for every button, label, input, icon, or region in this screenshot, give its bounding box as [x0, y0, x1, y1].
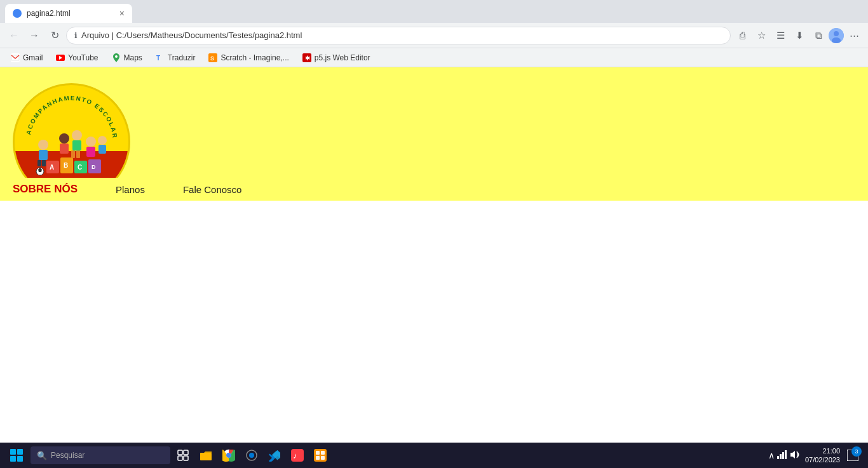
tab-bar: pagina2.html ×	[0, 0, 868, 23]
chrome-icon	[222, 449, 235, 462]
bookmark-gmail[interactable]: Gmail	[5, 51, 48, 65]
svg-text:B: B	[64, 162, 68, 169]
svg-text:✱: ✱	[305, 55, 310, 62]
task-view-icon	[177, 450, 189, 461]
page-content: ACOMPANHAMENTO ESCOLAR DESPERTAR A B	[0, 67, 868, 468]
svg-rect-39	[178, 456, 182, 460]
browser-window: pagina2.html × ← → ↻ ℹ Arquivo | C:/User…	[0, 0, 868, 468]
p5js-icon: ✱	[302, 53, 312, 63]
forward-button[interactable]: →	[25, 27, 43, 44]
collections-button[interactable]: ☰	[771, 27, 789, 44]
maps-icon	[111, 53, 121, 63]
svg-rect-54	[780, 454, 782, 459]
svg-point-45	[249, 453, 254, 458]
svg-text:T: T	[156, 55, 160, 62]
bookmark-youtube[interactable]: YouTube	[50, 51, 103, 65]
svg-rect-51	[316, 456, 320, 460]
bookmark-translate-label: Traduzir	[168, 53, 196, 62]
site-header: ACOMPANHAMENTO ESCOLAR DESPERTAR A B	[0, 67, 868, 201]
menu-button[interactable]: ⋯	[845, 27, 863, 44]
share-button[interactable]: ⎙	[733, 27, 751, 44]
reload-button[interactable]: ↻	[46, 27, 64, 44]
svg-rect-32	[76, 150, 80, 158]
lock-icon: ℹ	[74, 31, 78, 40]
nav-bar: ← → ↻ ℹ Arquivo | C:/Users/Matheus/Docum…	[0, 23, 868, 48]
youtube-icon	[55, 53, 65, 63]
chevron-icon[interactable]: ∧	[768, 450, 775, 460]
bookmark-translate[interactable]: T Traduzir	[150, 51, 201, 65]
bookmark-p5js[interactable]: ✱ p5.js Web Editor	[297, 51, 376, 65]
svg-rect-25	[42, 160, 46, 166]
volume-icon[interactable]	[790, 450, 800, 461]
bookmark-button[interactable]: ☆	[752, 27, 770, 44]
task-view-button[interactable]	[173, 445, 193, 465]
bookmarks-bar: Gmail YouTube Maps T	[0, 48, 868, 67]
volume-speaker-icon	[790, 450, 800, 459]
vscode-button[interactable]	[264, 445, 285, 465]
svg-rect-28	[60, 144, 69, 154]
svg-point-33	[86, 137, 96, 147]
svg-text:A: A	[50, 164, 54, 171]
svg-rect-53	[777, 456, 779, 459]
split-view-button[interactable]: ⧉	[810, 27, 827, 44]
svg-rect-23	[39, 150, 48, 160]
bookmark-gmail-label: Gmail	[23, 53, 43, 62]
svg-point-22	[38, 140, 48, 150]
svg-point-29	[72, 130, 82, 140]
taskbar-search-text: Pesquisar	[51, 451, 85, 460]
svg-rect-41	[200, 453, 212, 460]
clock-time: 21:00	[805, 446, 840, 455]
svg-rect-49	[316, 451, 320, 455]
back-button[interactable]: ←	[5, 27, 23, 44]
svg-rect-36	[98, 145, 106, 154]
address-prefix: Arquivo | C:/Users/Matheus/Documents/Tes…	[81, 30, 722, 40]
nav-fale-conosco[interactable]: Fale Conosco	[183, 184, 242, 195]
taskbar-search-bar[interactable]: 🔍 Pesquisar	[31, 446, 170, 464]
svg-rect-3	[11, 53, 20, 62]
taskbar-search-icon: 🔍	[37, 451, 47, 460]
cortana-button[interactable]	[241, 445, 262, 465]
file-explorer-button[interactable]	[196, 445, 216, 465]
svg-rect-37	[178, 450, 182, 455]
bookmark-scratch[interactable]: S Scratch - Imagine,...	[203, 51, 294, 65]
svg-text:D: D	[92, 164, 96, 170]
clock-date: 07/02/2023	[805, 455, 840, 464]
start-button[interactable]	[5, 444, 28, 467]
svg-rect-40	[184, 456, 188, 460]
music-button[interactable]: ♪	[287, 445, 308, 465]
vscode-icon	[268, 449, 281, 462]
nav-planos[interactable]: Planos	[116, 184, 145, 195]
svg-rect-48	[314, 449, 327, 462]
svg-text:S: S	[210, 55, 214, 62]
scratch-icon: S	[208, 53, 218, 63]
bookmark-maps[interactable]: Maps	[106, 51, 147, 65]
translate-icon: T	[155, 53, 165, 63]
taskbar-clock[interactable]: 21:00 07/02/2023	[805, 446, 840, 465]
svg-rect-38	[184, 450, 188, 455]
gmail-icon	[10, 53, 20, 63]
nav-right-icons: ⎙ ☆ ☰ ⬇ ⧉ ⋯	[733, 27, 863, 44]
download-button[interactable]: ⬇	[790, 27, 808, 44]
notification-center-wrapper: 3	[843, 445, 863, 465]
svg-rect-34	[86, 147, 95, 157]
svg-point-6	[115, 55, 118, 58]
system-tray: ∧	[766, 450, 803, 461]
active-tab[interactable]: pagina2.html ×	[5, 4, 132, 23]
svg-rect-31	[71, 150, 75, 158]
svg-rect-50	[321, 451, 325, 455]
chrome-button[interactable]	[219, 445, 239, 465]
notification-badge: 3	[851, 446, 862, 457]
tab-close-button[interactable]: ×	[119, 8, 125, 18]
main-content	[0, 201, 868, 455]
nav-sobre-nos[interactable]: SOBRE NÓS	[13, 183, 78, 196]
network-icon[interactable]	[777, 450, 787, 461]
svg-text:♪: ♪	[293, 451, 297, 460]
svg-rect-52	[321, 456, 325, 460]
profile-avatar[interactable]	[829, 28, 844, 43]
windows-icon	[10, 449, 23, 462]
address-bar[interactable]: ℹ Arquivo | C:/Users/Matheus/Documents/T…	[66, 27, 731, 44]
svg-rect-24	[37, 160, 41, 166]
svg-rect-30	[72, 140, 81, 150]
planner-button[interactable]	[310, 445, 330, 465]
svg-rect-56	[785, 450, 787, 459]
